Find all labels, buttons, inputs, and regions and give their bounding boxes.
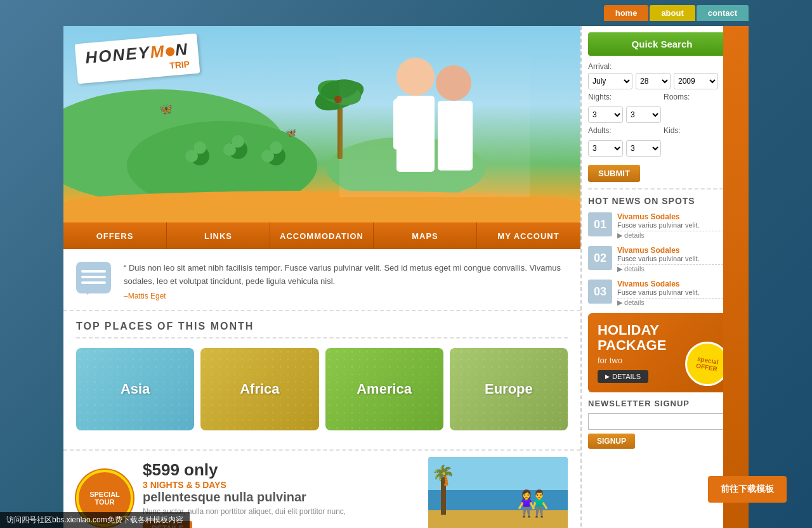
place-name-europe: Europe (485, 381, 533, 397)
search-submit-button[interactable]: SUBMIT (588, 165, 640, 182)
line-1 (81, 270, 106, 273)
adults-select[interactable]: 3124 (588, 140, 623, 157)
svg-rect-10 (438, 101, 473, 171)
svg-rect-8 (425, 99, 435, 150)
place-name-africa: Africa (240, 381, 279, 397)
news-headline-1: Vivamus Sodales (617, 212, 736, 221)
adults-kids-labels: Adults: Kids: (588, 126, 736, 137)
main-navigation: OFFERS LINKS ACCOMMODATION MAPS MY ACCOU… (63, 222, 580, 249)
quick-search-title: Quick Search (588, 32, 736, 56)
nights-select[interactable]: 312457 (588, 106, 623, 123)
line-3 (81, 281, 106, 284)
news-num-1: 01 (588, 212, 612, 236)
quote-content: “ Duis non leo sit amet nibh facilisis t… (124, 262, 568, 300)
svg-point-5 (396, 58, 435, 96)
nights-rooms-row: 312457 31245 (588, 106, 736, 123)
beach-scene: 👫 (428, 457, 568, 528)
hero-couple-image (339, 32, 530, 197)
main-layout: HONEYMN TRIP (63, 26, 749, 528)
couple-svg (352, 45, 517, 197)
special-badge-line1: SPECIAL (89, 491, 120, 498)
home-button[interactable]: home (604, 5, 649, 21)
watermark: 访问四号社区bbs.xienlao.com免费下载各种模板内容 (0, 512, 190, 528)
quote-text: “ Duis non leo sit amet nibh facilisis t… (124, 262, 568, 288)
places-grid: Asia Africa America Europe (76, 348, 568, 430)
place-card-america[interactable]: America (325, 348, 443, 430)
right-decoration (742, 26, 749, 528)
contact-button[interactable]: contact (697, 5, 749, 21)
place-name-america: America (357, 381, 412, 397)
nav-my-account[interactable]: MY ACCOUNT (477, 222, 580, 249)
day-select[interactable]: 28 12345 (636, 73, 671, 89)
flower-decoration-1 (190, 146, 209, 165)
svg-rect-7 (393, 99, 403, 150)
news-details-2[interactable]: details (617, 265, 736, 273)
download-template-button[interactable]: 前往下载模板 (708, 476, 787, 503)
place-card-europe[interactable]: Europe (450, 348, 568, 430)
year-select[interactable]: 200920102011 (674, 73, 718, 89)
speech-bubble (76, 262, 111, 293)
site-logo: HONEYMN TRIP (75, 34, 200, 84)
news-body-1: Fusce varius pulvinar velit. (617, 221, 736, 231)
person-decoration: 👫 (517, 489, 549, 518)
news-item-2: 02 Vivamus Sodales Fusce varius pulvinar… (588, 246, 736, 273)
place-card-africa[interactable]: Africa (200, 348, 318, 430)
flower-decoration-2 (228, 140, 247, 159)
top-navigation: home about contact (63, 0, 749, 26)
arrival-row: July JanuaryFebruaryMarch AprilMayJune A… (588, 73, 736, 89)
news-details-1[interactable]: details (617, 231, 736, 240)
arrival-label: Arrival: (588, 62, 736, 71)
nav-maps[interactable]: MAPS (374, 222, 477, 249)
about-button[interactable]: about (650, 5, 695, 21)
adults-kids-row: 3124 3012 (588, 140, 736, 157)
news-item-1: 01 Vivamus Sodales Fusce varius pulvinar… (588, 212, 736, 240)
place-name-asia: Asia (121, 381, 150, 397)
news-content-2: Vivamus Sodales Fusce varius pulvinar ve… (617, 246, 736, 273)
news-content-1: Vivamus Sodales Fusce varius pulvinar ve… (617, 212, 736, 240)
nights-rooms-labels: Nights: Rooms: (588, 93, 736, 103)
quote-author[interactable]: –Mattis Eget (124, 292, 568, 300)
newsletter-email-input[interactable] (588, 413, 736, 430)
holiday-package-section: HOLIDAYPACKAGE for two DETAILS special O… (588, 313, 736, 392)
hot-news-title: HOT NEWS ON SPOTS (588, 196, 736, 206)
line-2 (81, 276, 106, 278)
news-details-3[interactable]: details (617, 299, 736, 307)
place-card-asia[interactable]: Asia (76, 348, 194, 430)
flower-decoration-3 (266, 146, 285, 165)
news-headline-3: Vivamus Sodales (617, 280, 736, 288)
news-item-3: 03 Vivamus Sodales Fusce varius pulvinar… (588, 280, 736, 307)
nav-links[interactable]: LINKS (167, 222, 270, 249)
adults-label: Adults: (588, 126, 660, 135)
newsletter-title: NEWSLETTER SIGNUP (588, 399, 736, 408)
top-places-section: TOP PLACES OF THIS MONTH Asia Africa Ame… (63, 311, 580, 449)
news-body-2: Fusce varius pulvinar velit. (617, 255, 736, 265)
butterfly-decoration-2: 🦋 (285, 127, 296, 138)
news-body-3: Fusce varius pulvinar velit. (617, 288, 736, 299)
tour-name: pellentesque nulla pulvinar (143, 490, 419, 505)
news-num-2: 02 (588, 246, 612, 270)
tour-image: 👫 (428, 457, 568, 528)
beach-palm (441, 477, 446, 515)
quote-icon (76, 262, 114, 300)
right-sidebar: Quick Search Arrival: July JanuaryFebrua… (580, 26, 742, 528)
rooms-select[interactable]: 31245 (626, 106, 661, 123)
speech-bubble-lines (76, 262, 111, 292)
nav-accommodation[interactable]: ACCOMMODATION (270, 222, 374, 249)
quote-section: “ Duis non leo sit amet nibh facilisis t… (63, 249, 580, 311)
news-num-3: 03 (588, 280, 612, 304)
hero-banner: HONEYMN TRIP (63, 26, 580, 222)
kids-select[interactable]: 3012 (626, 140, 661, 157)
nights-label: Nights: (588, 93, 660, 101)
holiday-details-button[interactable]: DETAILS (598, 370, 648, 383)
newsletter-signup-button[interactable]: SIGNUP (588, 434, 635, 449)
svg-point-9 (436, 65, 471, 101)
right-decoration-inner (723, 26, 749, 528)
top-places-title: TOP PLACES OF THIS MONTH (76, 321, 568, 338)
nav-offers[interactable]: OFFERS (63, 222, 167, 249)
tour-price: $599 only (143, 460, 419, 480)
left-column: HONEYMN TRIP (63, 26, 580, 528)
tour-nights: 3 NIGHTS & 5 DAYS (143, 480, 419, 490)
divider (588, 188, 736, 190)
butterfly-decoration-1: 🦋 (159, 102, 173, 116)
month-select[interactable]: July JanuaryFebruaryMarch AprilMayJune A… (588, 73, 632, 89)
